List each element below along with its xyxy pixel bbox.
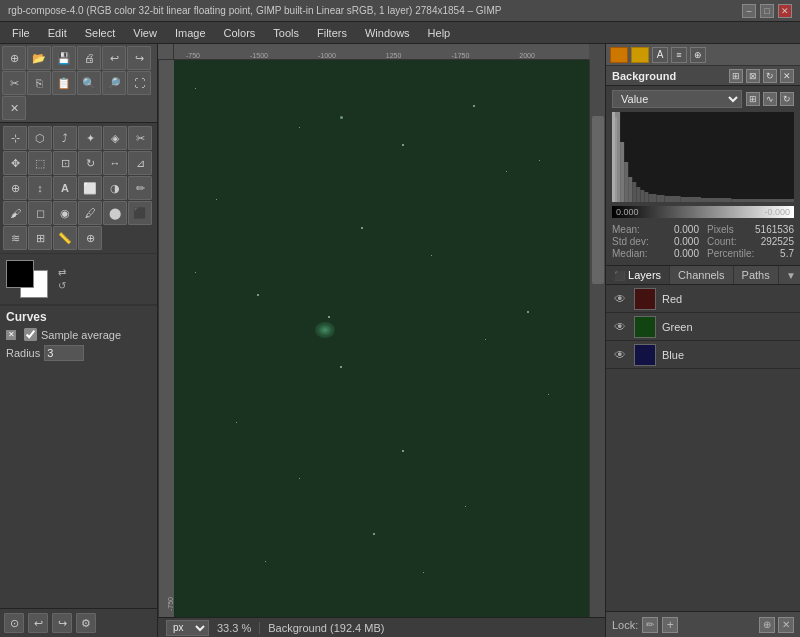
tool-rotate[interactable]: ↻ [78, 151, 102, 175]
layer-blue[interactable]: 👁 Blue [606, 341, 800, 369]
tool-zoom-out[interactable]: 🔎 [102, 71, 126, 95]
tool-eraser[interactable]: ◻ [28, 201, 52, 225]
lcp-menu-btn[interactable]: ▼ [782, 266, 800, 284]
menu-windows[interactable]: Windows [357, 25, 418, 41]
menu-tools[interactable]: Tools [265, 25, 307, 41]
layer-red[interactable]: 👁 Red [606, 285, 800, 313]
maximize-button[interactable]: □ [760, 4, 774, 18]
tool-fuzzy-select[interactable]: ✦ [78, 126, 102, 150]
tool-heal[interactable]: ⬤ [103, 201, 127, 225]
color-swatch-orange[interactable] [610, 47, 628, 63]
menu-view[interactable]: View [125, 25, 165, 41]
canvas-scroll-area[interactable] [174, 60, 589, 617]
layer-eye-blue[interactable]: 👁 [612, 347, 628, 363]
tool-clone[interactable]: ⬛ [128, 201, 152, 225]
tool-free-select[interactable]: ⤴ [53, 126, 77, 150]
tool-scale[interactable]: ↔ [103, 151, 127, 175]
tool-airbrush[interactable]: ◉ [53, 201, 77, 225]
tb-btn-2[interactable]: ↩ [28, 613, 48, 633]
tool-by-color[interactable]: ◈ [103, 126, 127, 150]
star [361, 227, 363, 229]
tab-paths[interactable]: Paths [734, 266, 779, 284]
hist-btn-3[interactable]: ↻ [763, 69, 777, 83]
layer-delete-btn[interactable]: ✕ [778, 617, 794, 633]
layer-eye-red[interactable]: 👁 [612, 291, 628, 307]
tb-btn-3[interactable]: ↪ [52, 613, 72, 633]
tab-layers[interactable]: ⬛ Layers [606, 266, 670, 284]
layer-eye-green[interactable]: 👁 [612, 319, 628, 335]
hist-log-btn[interactable]: ∿ [763, 92, 777, 106]
tool-print[interactable]: 🖨 [77, 46, 101, 70]
hist-btn-4[interactable]: ✕ [780, 69, 794, 83]
tb-btn-1[interactable]: ⊙ [4, 613, 24, 633]
tab-channels[interactable]: Channels [670, 266, 733, 284]
tool-ellipse-select[interactable]: ⬡ [28, 126, 52, 150]
hist-btn-2[interactable]: ⊠ [746, 69, 760, 83]
tool-move[interactable]: ✥ [3, 151, 27, 175]
tool-copy[interactable]: ⎘ [27, 71, 51, 95]
layer-thumb-red [634, 288, 656, 310]
tool-open[interactable]: 📂 [27, 46, 51, 70]
hist-btn-1[interactable]: ⊞ [729, 69, 743, 83]
radius-input[interactable] [44, 345, 84, 361]
tool-new[interactable]: ⊕ [2, 46, 26, 70]
tool-undo[interactable]: ↩ [102, 46, 126, 70]
tool-text[interactable]: A [53, 176, 77, 200]
tool-shear[interactable]: ⊿ [128, 151, 152, 175]
tb-btn-4[interactable]: ⚙ [76, 613, 96, 633]
lock-add-btn[interactable]: + [662, 617, 678, 633]
tool-smudge[interactable]: ≋ [3, 226, 27, 250]
tool-redo[interactable]: ↪ [127, 46, 151, 70]
menu-help[interactable]: Help [420, 25, 459, 41]
close-button[interactable]: ✕ [778, 4, 792, 18]
menu-file[interactable]: File [4, 25, 38, 41]
star [473, 105, 475, 107]
layer-green[interactable]: 👁 Green [606, 313, 800, 341]
tool-blend[interactable]: ◑ [103, 176, 127, 200]
scrollbar-v-thumb[interactable] [592, 116, 604, 284]
tool-scissors2[interactable]: ✂ [128, 126, 152, 150]
menu-edit[interactable]: Edit [40, 25, 75, 41]
tool-paste[interactable]: 📋 [52, 71, 76, 95]
tool-bucket[interactable]: ⬜ [78, 176, 102, 200]
color-swatch-yellow[interactable] [631, 47, 649, 63]
histogram-channel-select[interactable]: Value Red Green Blue Alpha [612, 90, 742, 108]
stat-percentile: Percentile: 5.7 [707, 248, 794, 259]
tool-align[interactable]: ⬚ [28, 151, 52, 175]
tool-brush[interactable]: 🖌 [3, 201, 27, 225]
menu-image[interactable]: Image [167, 25, 214, 41]
tool-zoom[interactable]: ⊕ [78, 226, 102, 250]
minimize-button[interactable]: – [742, 4, 756, 18]
tool-save[interactable]: 💾 [52, 46, 76, 70]
swap-colors-icon[interactable]: ⇄ [58, 267, 66, 278]
tool-zoom-in[interactable]: 🔍 [77, 71, 101, 95]
right-tool-btn3[interactable]: ⊕ [690, 47, 706, 63]
text-tool-btn[interactable]: A [652, 47, 668, 63]
hist-refresh-btn[interactable]: ↻ [780, 92, 794, 106]
hist-linear-btn[interactable]: ⊞ [746, 92, 760, 106]
scrollbar-vertical[interactable] [589, 60, 605, 621]
lock-edit-btn[interactable]: ✏ [642, 617, 658, 633]
tool-pencil[interactable]: ✏ [128, 176, 152, 200]
svg-rect-2 [624, 162, 628, 202]
tool-ink[interactable]: 🖊 [78, 201, 102, 225]
right-tool-btn2[interactable]: ≡ [671, 47, 687, 63]
tool-convolve[interactable]: ⊞ [28, 226, 52, 250]
fg-color-swatch[interactable] [6, 260, 34, 288]
tool-crop[interactable]: ⊡ [53, 151, 77, 175]
tool-perspective[interactable]: ⊕ [3, 176, 27, 200]
sample-average-checkbox[interactable] [24, 328, 37, 341]
curves-close[interactable]: ✕ [6, 330, 16, 340]
tool-fullscreen[interactable]: ⛶ [127, 71, 151, 95]
reset-colors-icon[interactable]: ↺ [58, 280, 66, 291]
menu-filters[interactable]: Filters [309, 25, 355, 41]
menu-colors[interactable]: Colors [216, 25, 264, 41]
tool-flip[interactable]: ↕ [28, 176, 52, 200]
tool-scissors[interactable]: ✂ [2, 71, 26, 95]
tool-rect-select[interactable]: ⊹ [3, 126, 27, 150]
tool-measure[interactable]: 📏 [53, 226, 77, 250]
unit-select[interactable]: px in mm [166, 620, 209, 636]
menu-select[interactable]: Select [77, 25, 124, 41]
layer-new-btn[interactable]: ⊕ [759, 617, 775, 633]
tool-close[interactable]: ✕ [2, 96, 26, 120]
